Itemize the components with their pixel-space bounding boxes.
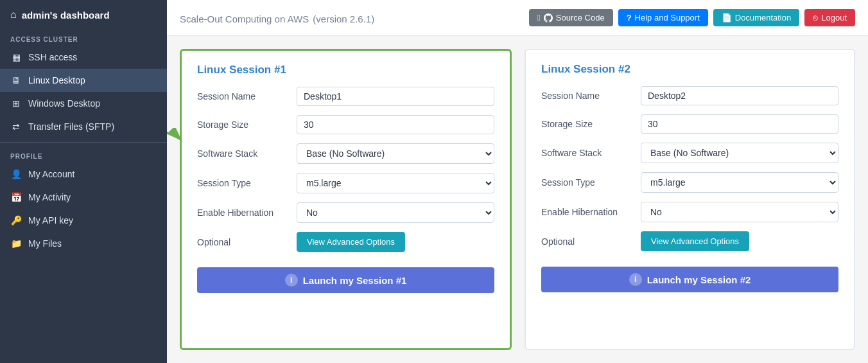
sidebar-item-my-activity[interactable]: 📅 My Activity: [0, 186, 167, 209]
session-2-advanced-options-button[interactable]: View Advanced Options: [641, 231, 749, 251]
content-area: Linux Session #1 Session Name Storage Si…: [167, 36, 868, 363]
api-key-icon: 🔑: [10, 215, 22, 226]
logout-button[interactable]: ⎋ Logout: [804, 9, 855, 26]
sidebar-item-transfer-files[interactable]: ⇄ Transfer Files (SFTP): [0, 115, 167, 138]
session-2-hibernation-select[interactable]: No Yes: [641, 202, 838, 222]
session-1-type-select[interactable]: m5.large: [297, 173, 494, 193]
topbar-actions:  Source Code ? Help and Support 📄 Docum…: [529, 9, 855, 26]
session-2-software-select[interactable]: Base (No Software): [641, 143, 838, 163]
session-2-optional-row: Optional View Advanced Options: [541, 231, 838, 251]
sidebar-item-ssh-access[interactable]: SSH access: [0, 46, 167, 69]
session-1-storage-row: Storage Size: [197, 115, 494, 134]
session-1-advanced-options-button[interactable]: View Advanced Options: [297, 232, 405, 252]
session-1-name-row: Session Name: [197, 87, 494, 106]
sidebar-item-label: My Activity: [28, 192, 71, 202]
session-2-launch-button[interactable]: i Launch my Session #2: [541, 267, 838, 292]
session-1-optional-row: Optional View Advanced Options: [197, 232, 494, 252]
session-2-storage-label: Storage Size: [541, 119, 641, 129]
logout-icon: ⎋: [813, 13, 818, 22]
session-1-type-row: Session Type m5.large: [197, 173, 494, 193]
source-code-label: Source Code: [556, 13, 605, 22]
sidebar-item-linux-desktop[interactable]: 🖥 Linux Desktop: [0, 69, 167, 92]
sidebar-header: ⌂ admin's dashboard: [0, 0, 167, 30]
sidebar: ⌂ admin's dashboard ACCESS CLUSTER SSH a…: [0, 0, 167, 363]
source-code-button[interactable]:  Source Code: [529, 9, 613, 26]
session-1-software-label: Software Stack: [197, 148, 297, 159]
session-1-optional-label: Optional: [197, 237, 297, 247]
sidebar-item-my-api-key[interactable]: 🔑 My API key: [0, 209, 167, 232]
session-1-type-label: Session Type: [197, 178, 297, 188]
session-card-2: Linux Session #2 Session Name Storage Si…: [525, 49, 855, 350]
session-1-name-input[interactable]: [297, 87, 494, 106]
windows-icon: ⊞: [10, 98, 22, 109]
session-2-software-row: Software Stack Base (No Software): [541, 143, 838, 163]
sidebar-item-label: Transfer Files (SFTP): [28, 121, 114, 132]
session-1-info-icon: i: [285, 274, 298, 287]
green-arrow: [167, 128, 185, 156]
session-2-name-row: Session Name: [541, 86, 838, 105]
ssh-icon: [10, 52, 22, 62]
help-support-button[interactable]: ? Help and Support: [618, 9, 708, 26]
session-2-hibernation-label: Enable Hibernation: [541, 207, 641, 217]
main-content: Scale-Out Computing on AWS (version 2.6.…: [167, 0, 868, 363]
documentation-label: Documentation: [735, 13, 791, 22]
session-2-type-select[interactable]: m5.large: [641, 172, 838, 193]
profile-label: PROFILE: [0, 146, 167, 163]
session-2-hibernation-row: Enable Hibernation No Yes: [541, 202, 838, 222]
session-1-hibernation-select[interactable]: No Yes: [297, 202, 494, 223]
sidebar-item-label: SSH access: [28, 52, 77, 62]
session-2-storage-row: Storage Size: [541, 114, 838, 134]
github-svg-icon: [544, 13, 553, 22]
files-icon: 📁: [10, 238, 22, 249]
logout-label: Logout: [821, 13, 847, 22]
session-1-hibernation-label: Enable Hibernation: [197, 208, 297, 218]
session-2-optional-label: Optional: [541, 236, 641, 247]
session-1-software-select[interactable]: Base (No Software): [297, 143, 494, 164]
session-2-type-label: Session Type: [541, 177, 641, 188]
activity-icon: 📅: [10, 192, 22, 202]
github-icon: : [537, 13, 541, 22]
sidebar-item-my-files[interactable]: 📁 My Files: [0, 232, 167, 255]
home-icon: ⌂: [10, 9, 17, 21]
session-1-launch-button[interactable]: i Launch my Session #1: [197, 267, 494, 293]
documentation-button[interactable]: 📄 Documentation: [713, 9, 799, 26]
page-title: Scale-Out Computing on AWS (version 2.6.…: [180, 10, 374, 26]
session-1-storage-label: Storage Size: [197, 120, 297, 130]
sidebar-item-my-account[interactable]: 👤 My Account: [0, 163, 167, 186]
session-2-info-icon: i: [629, 273, 642, 286]
transfer-icon: ⇄: [10, 121, 22, 132]
linux-desktop-icon: 🖥: [10, 75, 22, 85]
account-icon: 👤: [10, 169, 22, 179]
sidebar-item-label: Linux Desktop: [28, 75, 85, 85]
session-2-name-label: Session Name: [541, 91, 641, 101]
sidebar-title: admin's dashboard: [22, 10, 110, 21]
sidebar-section-profile: PROFILE 👤 My Account 📅 My Activity 🔑 My …: [0, 146, 167, 255]
sidebar-item-label: Windows Desktop: [28, 98, 100, 109]
sidebar-item-windows-desktop[interactable]: ⊞ Windows Desktop: [0, 92, 167, 115]
doc-icon: 📄: [722, 13, 732, 22]
session-1-storage-input[interactable]: [297, 115, 494, 134]
session-2-name-input[interactable]: [641, 86, 838, 105]
topbar: Scale-Out Computing on AWS (version 2.6.…: [167, 0, 868, 36]
help-support-label: Help and Support: [635, 13, 700, 22]
question-icon: ?: [627, 13, 632, 22]
session-2-type-row: Session Type m5.large: [541, 172, 838, 193]
session-1-name-label: Session Name: [197, 91, 297, 102]
access-cluster-label: ACCESS CLUSTER: [0, 30, 167, 46]
sidebar-item-label: My Account: [28, 169, 74, 179]
session-card-1: Linux Session #1 Session Name Storage Si…: [180, 49, 512, 350]
sidebar-section-access: ACCESS CLUSTER SSH access 🖥 Linux Deskto…: [0, 30, 167, 138]
session-1-hibernation-row: Enable Hibernation No Yes: [197, 202, 494, 223]
session-1-software-row: Software Stack Base (No Software): [197, 143, 494, 164]
session-1-title: Linux Session #1: [197, 64, 494, 76]
session-2-software-label: Software Stack: [541, 148, 641, 158]
sidebar-item-label: My Files: [28, 238, 62, 249]
session-2-title: Linux Session #2: [541, 63, 838, 76]
session-2-storage-input[interactable]: [641, 114, 838, 134]
sidebar-item-label: My API key: [28, 215, 73, 226]
